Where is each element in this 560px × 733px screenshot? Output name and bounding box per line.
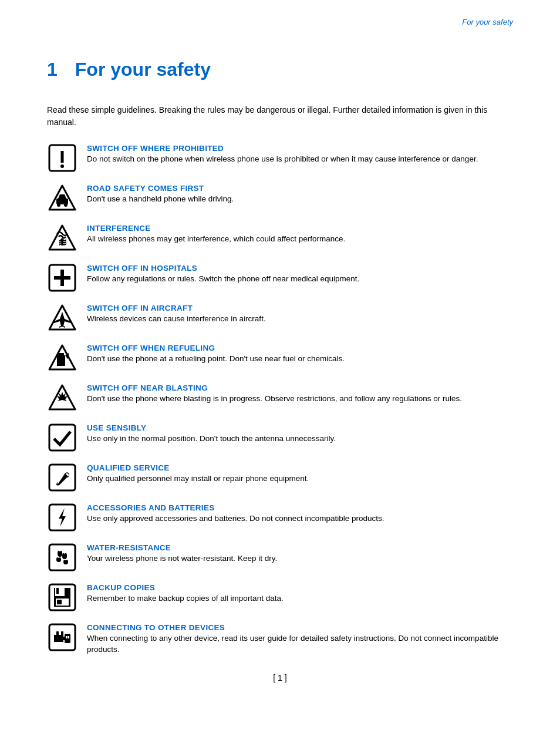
svg-rect-32	[56, 631, 59, 636]
accessories-icon	[47, 502, 77, 533]
svg-rect-37	[63, 637, 65, 640]
safety-item-switch-off-hospitals: SWITCH OFF IN HOSPITALSFollow any regula…	[47, 263, 513, 293]
item-content-switch-off-hospitals: SWITCH OFF IN HOSPITALSFollow any regula…	[87, 263, 513, 285]
service-icon	[47, 462, 77, 493]
item-content-switch-off-aircraft: SWITCH OFF IN AIRCRAFTWireless devices c…	[87, 302, 513, 325]
item-title-switch-off-prohibited: SWITCH OFF WHERE PROHIBITED	[87, 144, 513, 153]
item-desc-qualified-service: Only qualified personnel may install or …	[87, 473, 513, 485]
item-desc-switch-off-refueling: Don't use the phone at a refueling point…	[87, 354, 513, 365]
connecting-icon	[47, 622, 77, 653]
svg-rect-18	[58, 353, 64, 357]
water-icon	[47, 542, 77, 573]
safety-item-switch-off-aircraft: SWITCH OFF IN AIRCRAFTWireless devices c…	[47, 302, 513, 333]
item-title-use-sensibly: USE SENSIBLY	[87, 423, 513, 432]
safety-item-switch-off-prohibited: SWITCH OFF WHERE PROHIBITEDDo not switch…	[47, 143, 513, 173]
svg-rect-14	[54, 276, 70, 280]
item-desc-switch-off-blasting: Don't use the phone where blasting is in…	[87, 394, 513, 405]
chapter-title: For your safety	[75, 59, 211, 80]
page-container: For your safety 1 For your safety Read t…	[0, 0, 560, 718]
safety-item-switch-off-blasting: SWITCH OFF NEAR BLASTINGDon't use the ph…	[47, 382, 513, 413]
item-desc-connecting-devices: When connecting to any other device, rea…	[87, 633, 513, 655]
item-desc-backup-copies: Remember to make backup copies of all im…	[87, 593, 513, 604]
page-footer: [ 1 ]	[47, 673, 513, 682]
item-desc-road-safety: Don't use a handheld phone while driving…	[87, 194, 513, 205]
blasting-icon	[47, 382, 77, 413]
safety-items-container: SWITCH OFF WHERE PROHIBITEDDo not switch…	[47, 143, 513, 655]
item-desc-accessories-batteries: Use only approved accessories and batter…	[87, 513, 513, 524]
sensibly-icon	[47, 422, 77, 453]
item-title-water-resistance: WATER-RESISTANCE	[87, 543, 513, 552]
road-icon	[47, 183, 77, 213]
item-title-backup-copies: BACKUP COPIES	[87, 583, 513, 592]
item-title-switch-off-blasting: SWITCH OFF NEAR BLASTING	[87, 384, 513, 392]
svg-point-7	[64, 203, 68, 207]
svg-rect-23	[49, 544, 75, 570]
chapter-number: 1	[47, 59, 58, 80]
item-content-backup-copies: BACKUP COPIESRemember to make backup cop…	[87, 582, 513, 604]
item-title-switch-off-aircraft: SWITCH OFF IN AIRCRAFT	[87, 304, 513, 312]
item-content-switch-off-refueling: SWITCH OFF WHEN REFUELINGDon't use the p…	[87, 342, 513, 365]
safety-item-interference: ≋INTERFERENCEAll wireless phones may get…	[47, 223, 513, 253]
item-content-use-sensibly: USE SENSIBLYUse only in the normal posit…	[87, 422, 513, 445]
safety-item-qualified-service: QUALIFIED SERVICEOnly qualified personne…	[47, 462, 513, 493]
item-title-interference: INTERFERENCE	[87, 224, 513, 233]
svg-rect-20	[49, 425, 75, 450]
refueling-icon	[47, 342, 77, 373]
safety-item-accessories-batteries: ACCESSORIES AND BATTERIESUse only approv…	[47, 502, 513, 533]
hospital-icon	[47, 263, 77, 293]
svg-rect-1	[61, 151, 64, 163]
item-content-qualified-service: QUALIFIED SERVICEOnly qualified personne…	[87, 462, 513, 485]
svg-rect-36	[68, 636, 69, 638]
item-title-switch-off-hospitals: SWITCH OFF IN HOSPITALS	[87, 264, 513, 273]
interference-icon: ≋	[47, 223, 77, 253]
item-content-connecting-devices: CONNECTING TO OTHER DEVICESWhen connecti…	[87, 622, 513, 655]
prohibited-icon	[47, 143, 77, 173]
item-content-accessories-batteries: ACCESSORIES AND BATTERIESUse only approv…	[87, 502, 513, 524]
item-desc-switch-off-hospitals: Follow any regulations or rules. Switch …	[87, 274, 513, 285]
backup-icon	[47, 582, 77, 613]
item-title-road-safety: ROAD SAFETY COMES FIRST	[87, 184, 513, 193]
item-desc-interference: All wireless phones may get interference…	[87, 234, 513, 245]
safety-item-backup-copies: BACKUP COPIESRemember to make backup cop…	[47, 582, 513, 613]
item-content-road-safety: ROAD SAFETY COMES FIRSTDon't use a handh…	[87, 183, 513, 205]
svg-rect-33	[61, 631, 63, 636]
safety-item-use-sensibly: USE SENSIBLYUse only in the normal posit…	[47, 422, 513, 453]
safety-item-water-resistance: WATER-RESISTANCEYour wireless phone is n…	[47, 542, 513, 573]
svg-rect-17	[57, 355, 65, 366]
svg-rect-27	[56, 588, 59, 594]
item-content-water-resistance: WATER-RESISTANCEYour wireless phone is n…	[87, 542, 513, 564]
svg-rect-29	[57, 600, 62, 604]
item-desc-switch-off-aircraft: Wireless devices can cause interference …	[87, 314, 513, 325]
svg-marker-5	[58, 194, 66, 199]
aircraft-icon	[47, 302, 77, 333]
svg-rect-11	[62, 240, 63, 246]
svg-point-2	[60, 164, 64, 168]
safety-item-switch-off-refueling: SWITCH OFF WHEN REFUELINGDon't use the p…	[47, 342, 513, 373]
item-title-switch-off-refueling: SWITCH OFF WHEN REFUELING	[87, 344, 513, 352]
item-content-switch-off-prohibited: SWITCH OFF WHERE PROHIBITEDDo not switch…	[87, 143, 513, 165]
page-header-title: For your safety	[462, 18, 513, 26]
item-content-switch-off-blasting: SWITCH OFF NEAR BLASTINGDon't use the ph…	[87, 382, 513, 405]
item-content-interference: INTERFERENCEAll wireless phones may get …	[87, 223, 513, 245]
svg-point-6	[57, 203, 60, 207]
safety-item-connecting-devices: CONNECTING TO OTHER DEVICESWhen connecti…	[47, 622, 513, 655]
item-desc-switch-off-prohibited: Do not switch on the phone when wireless…	[87, 154, 513, 165]
item-desc-water-resistance: Your wireless phone is not water-resista…	[87, 553, 513, 564]
item-desc-use-sensibly: Use only in the normal position. Don't t…	[87, 433, 513, 445]
intro-text: Read these simple guidelines. Breaking t…	[47, 104, 513, 129]
safety-item-road-safety: ROAD SAFETY COMES FIRSTDon't use a handh…	[47, 183, 513, 213]
svg-rect-35	[66, 636, 68, 638]
item-title-connecting-devices: CONNECTING TO OTHER DEVICES	[87, 623, 513, 632]
item-title-qualified-service: QUALIFIED SERVICE	[87, 463, 513, 472]
item-title-accessories-batteries: ACCESSORIES AND BATTERIES	[87, 503, 513, 512]
